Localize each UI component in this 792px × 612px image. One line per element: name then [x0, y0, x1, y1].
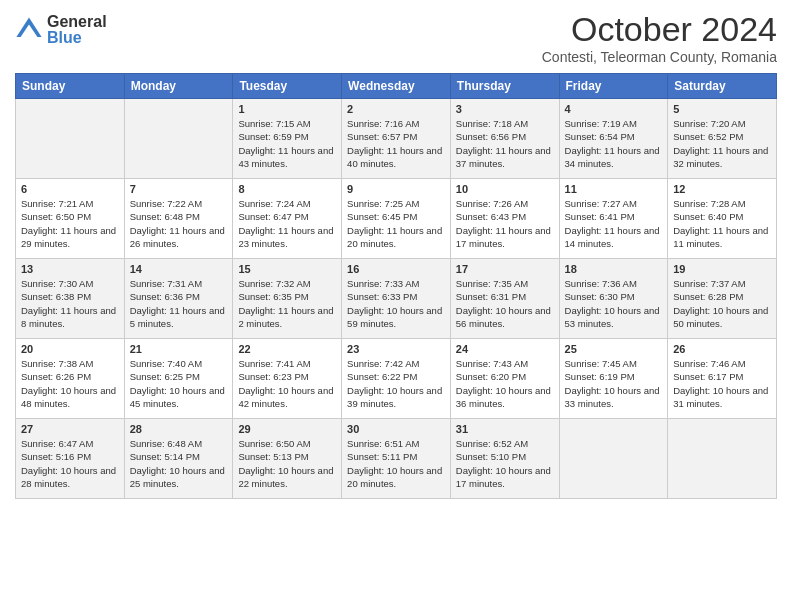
- day-detail: Sunrise: 7:43 AMSunset: 6:20 PMDaylight:…: [456, 357, 554, 410]
- calendar-day-cell: 27Sunrise: 6:47 AMSunset: 5:16 PMDayligh…: [16, 419, 125, 499]
- day-detail: Sunrise: 7:42 AMSunset: 6:22 PMDaylight:…: [347, 357, 445, 410]
- weekday-header: Wednesday: [342, 74, 451, 99]
- day-number: 11: [565, 183, 663, 195]
- logo: General Blue: [15, 14, 107, 46]
- day-detail: Sunrise: 6:50 AMSunset: 5:13 PMDaylight:…: [238, 437, 336, 490]
- calendar-day-cell: 10Sunrise: 7:26 AMSunset: 6:43 PMDayligh…: [450, 179, 559, 259]
- weekday-header: Thursday: [450, 74, 559, 99]
- logo-general: General: [47, 14, 107, 30]
- day-number: 27: [21, 423, 119, 435]
- calendar-day-cell: 24Sunrise: 7:43 AMSunset: 6:20 PMDayligh…: [450, 339, 559, 419]
- calendar-day-cell: 7Sunrise: 7:22 AMSunset: 6:48 PMDaylight…: [124, 179, 233, 259]
- calendar-day-cell: 12Sunrise: 7:28 AMSunset: 6:40 PMDayligh…: [668, 179, 777, 259]
- logo-icon: [15, 16, 43, 44]
- day-detail: Sunrise: 6:47 AMSunset: 5:16 PMDaylight:…: [21, 437, 119, 490]
- calendar-day-cell: 4Sunrise: 7:19 AMSunset: 6:54 PMDaylight…: [559, 99, 668, 179]
- day-number: 21: [130, 343, 228, 355]
- day-number: 10: [456, 183, 554, 195]
- day-number: 7: [130, 183, 228, 195]
- day-number: 13: [21, 263, 119, 275]
- day-number: 3: [456, 103, 554, 115]
- calendar-day-cell: 14Sunrise: 7:31 AMSunset: 6:36 PMDayligh…: [124, 259, 233, 339]
- day-number: 23: [347, 343, 445, 355]
- calendar-day-cell: 11Sunrise: 7:27 AMSunset: 6:41 PMDayligh…: [559, 179, 668, 259]
- day-number: 25: [565, 343, 663, 355]
- calendar-day-cell: 23Sunrise: 7:42 AMSunset: 6:22 PMDayligh…: [342, 339, 451, 419]
- day-number: 20: [21, 343, 119, 355]
- calendar-week-row: 20Sunrise: 7:38 AMSunset: 6:26 PMDayligh…: [16, 339, 777, 419]
- calendar-day-cell: 28Sunrise: 6:48 AMSunset: 5:14 PMDayligh…: [124, 419, 233, 499]
- calendar-week-row: 1Sunrise: 7:15 AMSunset: 6:59 PMDaylight…: [16, 99, 777, 179]
- day-detail: Sunrise: 7:26 AMSunset: 6:43 PMDaylight:…: [456, 197, 554, 250]
- day-number: 15: [238, 263, 336, 275]
- day-detail: Sunrise: 7:28 AMSunset: 6:40 PMDaylight:…: [673, 197, 771, 250]
- day-detail: Sunrise: 7:21 AMSunset: 6:50 PMDaylight:…: [21, 197, 119, 250]
- day-detail: Sunrise: 7:30 AMSunset: 6:38 PMDaylight:…: [21, 277, 119, 330]
- weekday-header: Sunday: [16, 74, 125, 99]
- day-number: 30: [347, 423, 445, 435]
- calendar-week-row: 13Sunrise: 7:30 AMSunset: 6:38 PMDayligh…: [16, 259, 777, 339]
- calendar-day-cell: [124, 99, 233, 179]
- day-detail: Sunrise: 7:41 AMSunset: 6:23 PMDaylight:…: [238, 357, 336, 410]
- day-number: 16: [347, 263, 445, 275]
- weekday-header: Friday: [559, 74, 668, 99]
- calendar-day-cell: [16, 99, 125, 179]
- calendar-day-cell: 19Sunrise: 7:37 AMSunset: 6:28 PMDayligh…: [668, 259, 777, 339]
- weekday-header: Monday: [124, 74, 233, 99]
- calendar-week-row: 6Sunrise: 7:21 AMSunset: 6:50 PMDaylight…: [16, 179, 777, 259]
- calendar-day-cell: 20Sunrise: 7:38 AMSunset: 6:26 PMDayligh…: [16, 339, 125, 419]
- calendar-day-cell: 5Sunrise: 7:20 AMSunset: 6:52 PMDaylight…: [668, 99, 777, 179]
- calendar-day-cell: 29Sunrise: 6:50 AMSunset: 5:13 PMDayligh…: [233, 419, 342, 499]
- day-number: 17: [456, 263, 554, 275]
- calendar-day-cell: 22Sunrise: 7:41 AMSunset: 6:23 PMDayligh…: [233, 339, 342, 419]
- calendar-week-row: 27Sunrise: 6:47 AMSunset: 5:16 PMDayligh…: [16, 419, 777, 499]
- day-number: 26: [673, 343, 771, 355]
- calendar-day-cell: [668, 419, 777, 499]
- day-detail: Sunrise: 7:46 AMSunset: 6:17 PMDaylight:…: [673, 357, 771, 410]
- day-detail: Sunrise: 7:40 AMSunset: 6:25 PMDaylight:…: [130, 357, 228, 410]
- day-detail: Sunrise: 7:27 AMSunset: 6:41 PMDaylight:…: [565, 197, 663, 250]
- calendar-day-cell: 9Sunrise: 7:25 AMSunset: 6:45 PMDaylight…: [342, 179, 451, 259]
- weekday-row: SundayMondayTuesdayWednesdayThursdayFrid…: [16, 74, 777, 99]
- day-detail: Sunrise: 7:33 AMSunset: 6:33 PMDaylight:…: [347, 277, 445, 330]
- day-detail: Sunrise: 7:25 AMSunset: 6:45 PMDaylight:…: [347, 197, 445, 250]
- header: General Blue October 2024 Contesti, Tele…: [15, 10, 777, 65]
- calendar-day-cell: [559, 419, 668, 499]
- calendar-day-cell: 8Sunrise: 7:24 AMSunset: 6:47 PMDaylight…: [233, 179, 342, 259]
- day-number: 2: [347, 103, 445, 115]
- day-detail: Sunrise: 7:18 AMSunset: 6:56 PMDaylight:…: [456, 117, 554, 170]
- day-detail: Sunrise: 7:22 AMSunset: 6:48 PMDaylight:…: [130, 197, 228, 250]
- day-detail: Sunrise: 7:16 AMSunset: 6:57 PMDaylight:…: [347, 117, 445, 170]
- day-detail: Sunrise: 6:51 AMSunset: 5:11 PMDaylight:…: [347, 437, 445, 490]
- day-number: 28: [130, 423, 228, 435]
- subtitle: Contesti, Teleorman County, Romania: [542, 49, 777, 65]
- calendar-day-cell: 30Sunrise: 6:51 AMSunset: 5:11 PMDayligh…: [342, 419, 451, 499]
- day-detail: Sunrise: 7:37 AMSunset: 6:28 PMDaylight:…: [673, 277, 771, 330]
- day-number: 8: [238, 183, 336, 195]
- day-detail: Sunrise: 7:19 AMSunset: 6:54 PMDaylight:…: [565, 117, 663, 170]
- day-number: 31: [456, 423, 554, 435]
- day-number: 1: [238, 103, 336, 115]
- day-number: 24: [456, 343, 554, 355]
- calendar-day-cell: 2Sunrise: 7:16 AMSunset: 6:57 PMDaylight…: [342, 99, 451, 179]
- day-detail: Sunrise: 7:32 AMSunset: 6:35 PMDaylight:…: [238, 277, 336, 330]
- day-detail: Sunrise: 7:20 AMSunset: 6:52 PMDaylight:…: [673, 117, 771, 170]
- calendar-day-cell: 25Sunrise: 7:45 AMSunset: 6:19 PMDayligh…: [559, 339, 668, 419]
- logo-text: General Blue: [47, 14, 107, 46]
- day-detail: Sunrise: 6:52 AMSunset: 5:10 PMDaylight:…: [456, 437, 554, 490]
- day-detail: Sunrise: 7:31 AMSunset: 6:36 PMDaylight:…: [130, 277, 228, 330]
- day-number: 12: [673, 183, 771, 195]
- weekday-header: Tuesday: [233, 74, 342, 99]
- day-detail: Sunrise: 7:15 AMSunset: 6:59 PMDaylight:…: [238, 117, 336, 170]
- day-detail: Sunrise: 6:48 AMSunset: 5:14 PMDaylight:…: [130, 437, 228, 490]
- calendar-day-cell: 15Sunrise: 7:32 AMSunset: 6:35 PMDayligh…: [233, 259, 342, 339]
- day-detail: Sunrise: 7:35 AMSunset: 6:31 PMDaylight:…: [456, 277, 554, 330]
- day-detail: Sunrise: 7:38 AMSunset: 6:26 PMDaylight:…: [21, 357, 119, 410]
- day-detail: Sunrise: 7:36 AMSunset: 6:30 PMDaylight:…: [565, 277, 663, 330]
- calendar-day-cell: 1Sunrise: 7:15 AMSunset: 6:59 PMDaylight…: [233, 99, 342, 179]
- day-number: 19: [673, 263, 771, 275]
- calendar-table: SundayMondayTuesdayWednesdayThursdayFrid…: [15, 73, 777, 499]
- day-detail: Sunrise: 7:24 AMSunset: 6:47 PMDaylight:…: [238, 197, 336, 250]
- day-number: 14: [130, 263, 228, 275]
- calendar-day-cell: 13Sunrise: 7:30 AMSunset: 6:38 PMDayligh…: [16, 259, 125, 339]
